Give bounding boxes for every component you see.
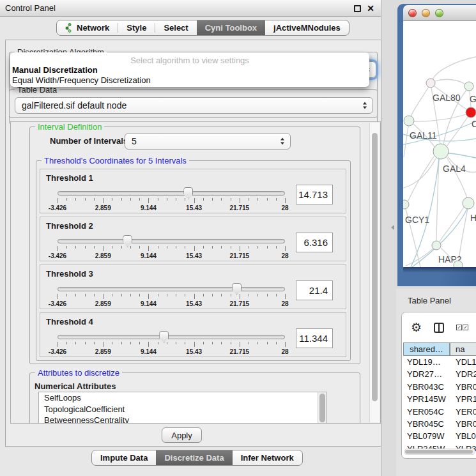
network-edge-highlighted[interactable] — [449, 153, 476, 158]
network-edge[interactable] — [411, 87, 429, 116]
tick-label: 21.715 — [230, 348, 250, 355]
close-traffic-light[interactable] — [408, 9, 417, 17]
zoom-traffic-light[interactable] — [435, 9, 443, 17]
network-node-hap2[interactable] — [432, 241, 441, 250]
tab-cyni-toolbox[interactable]: Cyni Toolbox — [197, 20, 265, 35]
control-panel-titlebar: Control Panel ✕ — [0, 0, 381, 17]
settings-scrollbar-thumb[interactable] — [372, 133, 378, 401]
splitter-collapse-icon[interactable] — [391, 225, 394, 230]
attribute-item[interactable]: BetweennessCentrality — [39, 415, 326, 424]
column-header-name[interactable]: na — [450, 342, 476, 356]
tab-select[interactable]: Select — [155, 20, 196, 35]
discretize-settings-panel: Discretization Algorithm Table Data galF… — [5, 40, 381, 447]
slider-track[interactable] — [58, 287, 285, 291]
threshold-value-box[interactable]: 21.4 — [296, 280, 333, 300]
attribute-item[interactable]: SelfLoops — [39, 392, 326, 404]
threshold-list: Threshold 1-3.4262.8599.14415.4321.71528… — [40, 169, 346, 360]
network-node[interactable] — [454, 261, 463, 267]
network-edge[interactable] — [408, 157, 434, 201]
num-intervals-combo[interactable]: 5 — [125, 133, 291, 150]
cell-shared-name: YPR145W — [403, 393, 450, 405]
tick-label: 2.859 — [95, 252, 111, 259]
network-edge-highlighted[interactable] — [411, 159, 439, 267]
network-node-c[interactable] — [466, 107, 476, 118]
algorithm-option-equal-width-frequency-discretization[interactable]: Equal Width/Frequency Discretization — [12, 75, 368, 86]
slider-track[interactable] — [58, 239, 285, 243]
gear-icon[interactable]: ⚙ — [411, 321, 422, 334]
threshold-slider[interactable]: -3.4262.8599.14415.4321.71528 — [58, 236, 285, 261]
tab-network[interactable]: Network — [57, 20, 118, 35]
table-row[interactable]: YDL19…YDL1 — [403, 356, 476, 368]
float-window-icon[interactable] — [354, 5, 361, 12]
network-graph: GAL80GACGAL11GAL4GCY1HHAP2 — [403, 21, 476, 267]
table-hscrollbar-thumb[interactable] — [405, 450, 473, 454]
network-edge[interactable] — [440, 207, 464, 242]
control-panel-title: Control Panel — [5, 3, 56, 13]
tab-cyni-toolbox-label: Cyni Toolbox — [205, 23, 257, 33]
tab-jactivemnodules[interactable]: jActiveMNodules — [265, 20, 349, 35]
tab-style-label: Style — [127, 23, 146, 33]
threshold-panel: Threshold 2-3.4262.8599.14415.4321.71528… — [40, 217, 346, 261]
attribute-items: SelfLoopsTopologicalCoefficientBetweenne… — [39, 392, 326, 424]
network-node-ga[interactable] — [464, 82, 473, 91]
table-row[interactable]: YER054CYER0 — [403, 406, 476, 418]
select-columns-icon[interactable]: ✓✓ — [456, 325, 468, 330]
threshold-slider[interactable]: -3.4262.8599.14415.4321.71528 — [58, 332, 285, 357]
network-node-label: GAL80 — [433, 93, 461, 103]
network-edge[interactable] — [414, 114, 466, 121]
column-header-shared-name[interactable]: shared… — [403, 342, 450, 356]
threshold-slider[interactable]: -3.4262.8599.14415.4321.71528 — [58, 188, 285, 213]
table-panel: Table Panel ⚙ ✓✓ shared… na YDL19…YDL1YD… — [396, 289, 476, 476]
table-row[interactable]: YBR043CYBR0 — [403, 381, 476, 393]
network-node-h[interactable] — [463, 197, 474, 209]
network-edge[interactable] — [435, 79, 465, 84]
cell-name: YBR0 — [450, 381, 476, 393]
canvas-bottom-shadow — [403, 267, 476, 273]
tick-label: 15.43 — [186, 252, 202, 259]
minimize-traffic-light[interactable] — [422, 9, 430, 17]
network-node-gal4[interactable] — [433, 144, 449, 159]
close-icon[interactable]: ✕ — [367, 5, 374, 12]
settings-scrollbar[interactable] — [369, 123, 380, 422]
table-row[interactable]: YIL052CYIL0 — [403, 455, 476, 458]
network-node-gal80[interactable] — [426, 79, 435, 88]
algorithm-option-manual-discretization[interactable]: Manual Discretization — [12, 65, 368, 75]
slider-ticks — [58, 246, 285, 252]
attribute-item[interactable]: TopologicalCoefficient — [39, 404, 326, 415]
table-rows: YDL19…YDL1YDR27…YDR2YBR043CYBR0YPR145WYP… — [403, 356, 476, 458]
tick-label: 28 — [281, 204, 288, 211]
threshold-value-box[interactable]: 11.344 — [296, 328, 333, 348]
table-row[interactable]: YDR27…YDR2 — [403, 368, 476, 380]
tab-jactivemnodules-label: jActiveMNodules — [273, 23, 341, 33]
slider-track[interactable] — [58, 191, 285, 196]
table-hscrollbar[interactable] — [404, 449, 475, 455]
threshold-slider[interactable]: -3.4262.8599.14415.4321.71528 — [58, 284, 285, 309]
tick-label: 2.859 — [95, 204, 111, 211]
table-row[interactable]: YBR045CYBR0 — [403, 418, 476, 430]
threshold-panel: Threshold 4-3.4262.8599.14415.4321.71528… — [40, 312, 346, 357]
attributes-scrollbar-thumb[interactable] — [319, 394, 325, 422]
control-panel-window: Control Panel ✕ NetworkStyleSelectCyni T… — [0, 0, 381, 476]
table-row[interactable]: YBL079WYBL0 — [403, 430, 476, 442]
network-edge[interactable] — [433, 57, 476, 79]
apply-button[interactable]: Apply — [162, 427, 202, 443]
network-edge[interactable] — [404, 126, 408, 157]
tab-impute-data[interactable]: Impute Data — [92, 450, 156, 465]
slider-track[interactable] — [58, 335, 285, 339]
tick-label: 15.43 — [186, 204, 202, 211]
network-edge[interactable] — [403, 158, 436, 188]
slider-ticks — [58, 294, 285, 300]
tab-discretize-data[interactable]: Discretize Data — [156, 450, 232, 465]
threshold-value-box[interactable]: 6.316 — [296, 233, 333, 252]
table-row[interactable]: YPR145WYPR1 — [403, 393, 476, 405]
table-data-combo[interactable]: galFiltered.sif default node — [15, 97, 373, 114]
tab-infer-network[interactable]: Infer Network — [233, 450, 302, 465]
network-canvas[interactable]: GAL80GACGAL11GAL4GCY1HHAP2 — [403, 21, 476, 267]
attributes-scrollbar[interactable] — [318, 392, 326, 424]
tab-discretize-data-label: Discretize Data — [164, 453, 224, 463]
columns-icon[interactable] — [434, 323, 444, 333]
network-node-gcy1[interactable] — [403, 200, 409, 209]
network-node-gal11[interactable] — [404, 116, 414, 126]
threshold-value-box[interactable]: 14.713 — [296, 185, 333, 204]
tab-style[interactable]: Style — [118, 20, 155, 35]
